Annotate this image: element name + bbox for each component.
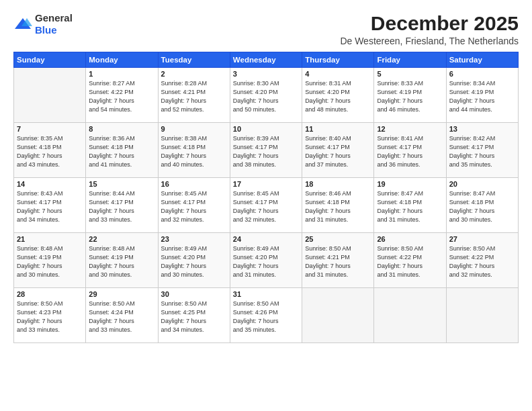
day-number: 3 [233, 70, 299, 78]
day-number: 10 [233, 125, 299, 133]
calendar-table: SundayMondayTuesdayWednesdayThursdayFrid… [13, 52, 519, 343]
day-info: Sunrise: 8:47 AM Sunset: 4:18 PM Dayligh… [377, 189, 443, 224]
day-cell: 21Sunrise: 8:48 AM Sunset: 4:19 PM Dayli… [14, 233, 86, 288]
week-row-2: 7Sunrise: 8:35 AM Sunset: 4:18 PM Daylig… [14, 123, 519, 178]
day-cell: 19Sunrise: 8:47 AM Sunset: 4:18 PM Dayli… [374, 178, 446, 233]
day-cell: 30Sunrise: 8:50 AM Sunset: 4:25 PM Dayli… [158, 288, 230, 343]
day-number: 30 [161, 290, 227, 298]
day-number: 26 [377, 235, 443, 243]
day-info: Sunrise: 8:45 AM Sunset: 4:17 PM Dayligh… [161, 189, 227, 224]
header-cell-wednesday: Wednesday [230, 52, 302, 68]
day-info: Sunrise: 8:41 AM Sunset: 4:17 PM Dayligh… [377, 134, 443, 169]
day-number: 7 [17, 125, 83, 133]
day-cell: 13Sunrise: 8:42 AM Sunset: 4:17 PM Dayli… [446, 123, 518, 178]
day-cell: 17Sunrise: 8:45 AM Sunset: 4:17 PM Dayli… [230, 178, 302, 233]
day-number: 12 [377, 125, 443, 133]
day-info: Sunrise: 8:31 AM Sunset: 4:20 PM Dayligh… [305, 79, 371, 114]
day-info: Sunrise: 8:50 AM Sunset: 4:25 PM Dayligh… [161, 300, 227, 334]
day-cell: 9Sunrise: 8:38 AM Sunset: 4:18 PM Daylig… [158, 123, 230, 178]
day-info: Sunrise: 8:39 AM Sunset: 4:17 PM Dayligh… [233, 134, 299, 169]
day-number: 29 [89, 290, 154, 298]
day-info: Sunrise: 8:49 AM Sunset: 4:20 PM Dayligh… [233, 244, 299, 279]
day-number: 2 [161, 70, 227, 78]
week-row-5: 28Sunrise: 8:50 AM Sunset: 4:23 PM Dayli… [14, 288, 519, 343]
day-number: 11 [305, 125, 371, 133]
day-cell: 10Sunrise: 8:39 AM Sunset: 4:17 PM Dayli… [230, 123, 302, 178]
day-number: 15 [89, 180, 154, 188]
day-info: Sunrise: 8:40 AM Sunset: 4:17 PM Dayligh… [305, 134, 371, 169]
header-cell-saturday: Saturday [446, 52, 518, 68]
day-info: Sunrise: 8:50 AM Sunset: 4:23 PM Dayligh… [17, 300, 83, 334]
day-info: Sunrise: 8:46 AM Sunset: 4:18 PM Dayligh… [305, 189, 371, 224]
day-cell: 5Sunrise: 8:33 AM Sunset: 4:19 PM Daylig… [374, 68, 446, 123]
day-number: 31 [233, 290, 299, 298]
week-row-3: 14Sunrise: 8:43 AM Sunset: 4:17 PM Dayli… [14, 178, 519, 233]
day-cell [446, 288, 518, 343]
day-info: Sunrise: 8:45 AM Sunset: 4:17 PM Dayligh… [233, 189, 299, 224]
day-cell: 15Sunrise: 8:44 AM Sunset: 4:17 PM Dayli… [86, 178, 158, 233]
logo-icon [13, 17, 32, 32]
logo: General Blue [13, 12, 73, 36]
day-info: Sunrise: 8:30 AM Sunset: 4:20 PM Dayligh… [233, 79, 299, 114]
day-info: Sunrise: 8:48 AM Sunset: 4:19 PM Dayligh… [17, 244, 83, 279]
header-cell-sunday: Sunday [14, 52, 86, 68]
day-number: 6 [449, 70, 515, 78]
day-info: Sunrise: 8:49 AM Sunset: 4:20 PM Dayligh… [161, 244, 227, 279]
day-info: Sunrise: 8:33 AM Sunset: 4:19 PM Dayligh… [377, 79, 443, 114]
day-number: 24 [233, 235, 299, 243]
day-cell: 27Sunrise: 8:50 AM Sunset: 4:22 PM Dayli… [446, 233, 518, 288]
day-number: 8 [89, 125, 154, 133]
day-info: Sunrise: 8:35 AM Sunset: 4:18 PM Dayligh… [17, 134, 83, 169]
day-info: Sunrise: 8:50 AM Sunset: 4:24 PM Dayligh… [89, 300, 154, 334]
header-cell-tuesday: Tuesday [158, 52, 230, 68]
day-cell: 8Sunrise: 8:36 AM Sunset: 4:18 PM Daylig… [86, 123, 158, 178]
logo-general: General [35, 12, 73, 24]
day-cell: 26Sunrise: 8:50 AM Sunset: 4:22 PM Dayli… [374, 233, 446, 288]
logo-text: General Blue [35, 12, 73, 36]
day-cell: 14Sunrise: 8:43 AM Sunset: 4:17 PM Dayli… [14, 178, 86, 233]
day-cell: 16Sunrise: 8:45 AM Sunset: 4:17 PM Dayli… [158, 178, 230, 233]
day-cell: 28Sunrise: 8:50 AM Sunset: 4:23 PM Dayli… [14, 288, 86, 343]
header-cell-thursday: Thursday [302, 52, 374, 68]
day-info: Sunrise: 8:47 AM Sunset: 4:18 PM Dayligh… [449, 189, 515, 224]
day-info: Sunrise: 8:50 AM Sunset: 4:21 PM Dayligh… [305, 244, 371, 279]
day-info: Sunrise: 8:43 AM Sunset: 4:17 PM Dayligh… [17, 189, 83, 224]
day-number: 14 [17, 180, 83, 188]
day-info: Sunrise: 8:27 AM Sunset: 4:22 PM Dayligh… [89, 79, 154, 114]
location: De Westereen, Friesland, The Netherlands [340, 36, 519, 46]
week-row-1: 1Sunrise: 8:27 AM Sunset: 4:22 PM Daylig… [14, 68, 519, 123]
header: General Blue December 2025 De Westereen,… [13, 12, 519, 46]
logo-blue: Blue [35, 24, 57, 36]
day-number: 4 [305, 70, 371, 78]
title-block: December 2025 De Westereen, Friesland, T… [340, 12, 519, 46]
day-info: Sunrise: 8:50 AM Sunset: 4:22 PM Dayligh… [449, 244, 515, 279]
day-info: Sunrise: 8:50 AM Sunset: 4:26 PM Dayligh… [233, 300, 299, 334]
day-cell: 2Sunrise: 8:28 AM Sunset: 4:21 PM Daylig… [158, 68, 230, 123]
day-number: 25 [305, 235, 371, 243]
day-number: 23 [161, 235, 227, 243]
day-cell: 31Sunrise: 8:50 AM Sunset: 4:26 PM Dayli… [230, 288, 302, 343]
day-number: 1 [89, 70, 154, 78]
day-cell: 23Sunrise: 8:49 AM Sunset: 4:20 PM Dayli… [158, 233, 230, 288]
month-title: December 2025 [340, 12, 519, 34]
day-cell: 4Sunrise: 8:31 AM Sunset: 4:20 PM Daylig… [302, 68, 374, 123]
day-cell [374, 288, 446, 343]
day-info: Sunrise: 8:28 AM Sunset: 4:21 PM Dayligh… [161, 79, 227, 114]
page: General Blue December 2025 De Westereen,… [0, 0, 532, 411]
header-cell-friday: Friday [374, 52, 446, 68]
day-cell: 11Sunrise: 8:40 AM Sunset: 4:17 PM Dayli… [302, 123, 374, 178]
day-info: Sunrise: 8:34 AM Sunset: 4:19 PM Dayligh… [449, 79, 515, 114]
day-number: 9 [161, 125, 227, 133]
day-info: Sunrise: 8:36 AM Sunset: 4:18 PM Dayligh… [89, 134, 154, 169]
day-info: Sunrise: 8:38 AM Sunset: 4:18 PM Dayligh… [161, 134, 227, 169]
week-row-4: 21Sunrise: 8:48 AM Sunset: 4:19 PM Dayli… [14, 233, 519, 288]
day-info: Sunrise: 8:42 AM Sunset: 4:17 PM Dayligh… [449, 134, 515, 169]
day-number: 22 [89, 235, 154, 243]
day-number: 19 [377, 180, 443, 188]
day-cell [14, 68, 86, 123]
day-cell: 1Sunrise: 8:27 AM Sunset: 4:22 PM Daylig… [86, 68, 158, 123]
day-cell: 29Sunrise: 8:50 AM Sunset: 4:24 PM Dayli… [86, 288, 158, 343]
day-cell: 24Sunrise: 8:49 AM Sunset: 4:20 PM Dayli… [230, 233, 302, 288]
day-number: 20 [449, 180, 515, 188]
day-number: 17 [233, 180, 299, 188]
